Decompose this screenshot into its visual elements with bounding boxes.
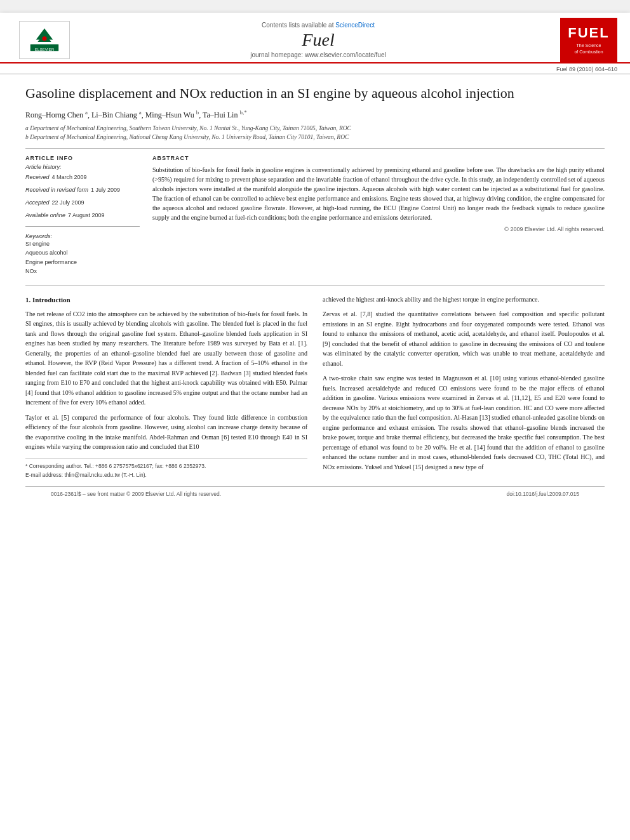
affiliations: a Department of Mechanical Engineering, …	[25, 124, 605, 142]
available-value: 7 August 2009	[68, 212, 105, 218]
body-col-left: 1. Introduction The net release of CO2 i…	[25, 295, 307, 481]
body-p1: The net release of CO2 into the atmosphe…	[25, 309, 307, 408]
article-info-col: ARTICLE INFO Article history: Received 4…	[25, 155, 140, 276]
accepted-label: Accepted	[25, 199, 50, 206]
keyword-1: SI engine	[25, 239, 140, 248]
revised-row: Received in revised form 1 July 2009	[25, 183, 140, 194]
accepted-value: 22 July 2009	[52, 199, 84, 206]
abstract-text: Substitution of bio-fuels for fossil fue…	[152, 165, 605, 222]
info-divider	[25, 226, 140, 227]
contents-text: Contents lists available at	[262, 22, 333, 29]
svg-text:ELSEVIER: ELSEVIER	[35, 47, 55, 51]
footnote-email: E-mail address: thlin@mail.ncku.edu.tw (…	[25, 472, 307, 479]
received-label: Received	[25, 174, 50, 180]
revised-label: Received in revised form	[25, 187, 88, 193]
body-p5: A two-stroke chain saw engine was tested…	[323, 373, 605, 472]
body-p2: Taylor et al. [5] compared the performan…	[25, 413, 307, 452]
body-p4: Zervas et al. [7,8] studied the quantita…	[323, 309, 605, 368]
homepage-line: journal homepage: www.elsevier.com/locat…	[89, 51, 547, 58]
accepted-row: Accepted 22 July 2009	[25, 196, 140, 207]
elsevier-logo-box: ELSEVIER	[19, 21, 70, 59]
body-p3: achieved the highest anti-knock ability …	[323, 295, 605, 305]
footnotes: * Corresponding author. Tel.: +886 6 275…	[25, 458, 307, 479]
contents-available-line: Contents lists available at ScienceDirec…	[89, 22, 547, 29]
journal-center-info: Contents lists available at ScienceDirec…	[76, 19, 560, 61]
available-label: Available online	[25, 212, 65, 218]
article-meta-row: ARTICLE INFO Article history: Received 4…	[25, 155, 605, 276]
keyword-2: Aqueous alcohol	[25, 248, 140, 257]
article-title: Gasoline displacement and NOx reduction …	[25, 84, 605, 103]
section1-heading: 1. Introduction	[25, 295, 307, 305]
journal-header: ELSEVIER Contents lists available at Sci…	[0, 13, 630, 63]
bottom-bar: 0016-2361/$ – see front matter © 2009 El…	[25, 486, 605, 501]
svg-point-3	[42, 36, 46, 41]
keyword-4: NOx	[25, 267, 140, 276]
keyword-3: Engine performance	[25, 258, 140, 267]
fuel-logo-subtitle: The Scienceof Combustion	[574, 43, 603, 55]
fuel-logo: FUEL The Scienceof Combustion	[560, 18, 617, 62]
fuel-logo-word: FUEL	[568, 25, 609, 41]
keywords-section: Keywords: SI engine Aqueous alcohol Engi…	[25, 233, 140, 276]
article-info-title: ARTICLE INFO	[25, 155, 140, 161]
available-row: Available online 7 August 2009	[25, 208, 140, 220]
section-divider	[25, 285, 605, 286]
issn-line: 0016-2361/$ – see front matter © 2009 El…	[51, 491, 221, 497]
journal-name: Fuel	[89, 30, 547, 50]
body-col-right: achieved the highest anti-knock ability …	[323, 295, 605, 481]
article-history-label: Article history:	[25, 164, 140, 170]
received-row: Received 4 March 2009	[25, 170, 140, 182]
abstract-col: ABSTRACT Substitution of bio-fuels for f…	[152, 155, 605, 276]
keywords-label: Keywords:	[25, 233, 140, 239]
authors-line: Rong–Horng Chen a, Li–Bin Chiang a, Ming…	[25, 109, 605, 120]
citation-line: Fuel 89 (2010) 604–610	[0, 63, 630, 74]
doi-line: doi:10.1016/j.fuel.2009.07.015	[507, 491, 579, 497]
article-divider	[25, 148, 605, 149]
elsevier-logo: ELSEVIER	[13, 21, 76, 59]
affiliation-b: b Department of Mechanical Engineering, …	[25, 133, 605, 142]
sciencedirect-link[interactable]: ScienceDirect	[335, 22, 375, 29]
affiliation-a: a Department of Mechanical Engineering, …	[25, 124, 605, 133]
article-content: Gasoline displacement and NOx reduction …	[0, 74, 630, 514]
revised-value: 1 July 2009	[91, 187, 120, 193]
footnote-corresponding: * Corresponding author. Tel.: +886 6 275…	[25, 463, 307, 470]
copyright-line: © 2009 Elsevier Ltd. All rights reserved…	[152, 226, 605, 232]
body-columns: 1. Introduction The net release of CO2 i…	[25, 295, 605, 481]
abstract-title: ABSTRACT	[152, 155, 605, 161]
received-value: 4 March 2009	[52, 174, 87, 180]
page: ELSEVIER Contents lists available at Sci…	[0, 13, 630, 840]
